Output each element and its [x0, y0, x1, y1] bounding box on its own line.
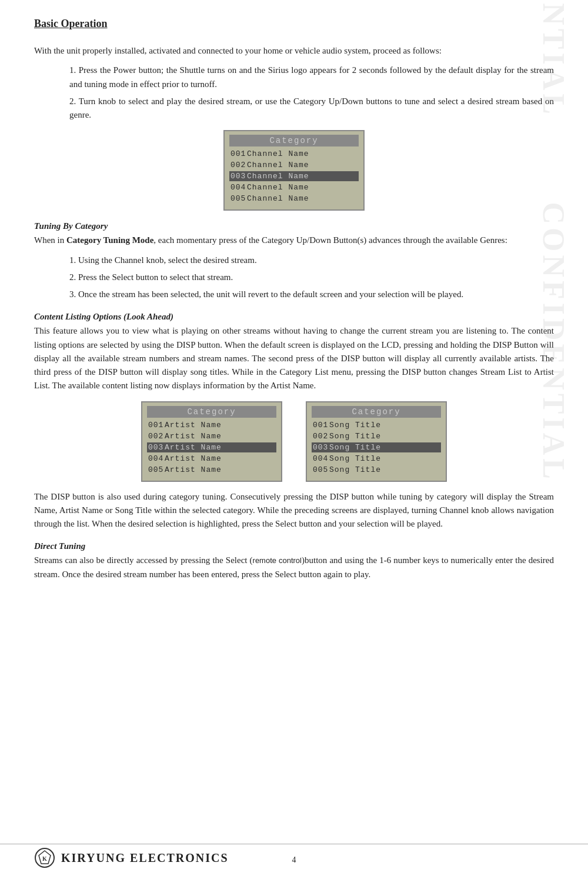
direct-body: Streams can also be directly accessed by…: [34, 554, 554, 581]
lcd-artist-row-2: 002 Artist Name: [147, 431, 276, 441]
footer-logo-area: K KIRYUNG ELECTRONICS: [34, 847, 229, 868]
lcd-song-row-4: 004 Song Title: [312, 454, 441, 464]
remote-control-text: remote control: [253, 556, 302, 565]
tuning-step-1: 1. Using the Channel knob, select the de…: [69, 254, 554, 267]
footer: K KIRYUNG ELECTRONICS 4: [0, 844, 588, 879]
page-title: Basic Operation: [34, 18, 554, 30]
tuning-rest: , each momentary press of the Category U…: [153, 235, 507, 245]
lcd-artist-row-3-selected: 003 Artist Name: [147, 442, 276, 452]
lcd-row-3-selected: 003 Channel Name: [229, 171, 359, 181]
step2-text: 2. Turn knob to select and play the desi…: [69, 95, 554, 122]
lcd-song-row-3-selected: 003 Song Title: [312, 442, 441, 452]
lcd-song-row-5: 005 Song Title: [312, 465, 441, 475]
tuning-bold: Category Tuning Mode: [66, 235, 153, 245]
lcd-pair-display: Category 001 Artist Name 002 Artist Name…: [34, 401, 554, 482]
svg-text:K: K: [42, 855, 47, 862]
lcd-row-5: 005 Channel Name: [229, 194, 359, 204]
page-content: CONFIDENTIAL CONFIDENTIAL Basic Operatio…: [0, 0, 588, 634]
disp-body: The DISP button is also used during cate…: [34, 490, 554, 531]
content-title: Content Listing Options (Look Ahead): [34, 312, 554, 322]
lcd-artist-row-1: 001 Artist Name: [147, 420, 276, 430]
brand-logo-icon: K: [34, 847, 55, 868]
tuning-title: Tuning By Category: [34, 221, 554, 231]
intro-text: With the unit properly installed, activa…: [34, 44, 554, 58]
tuning-step-3: 3. Once the stream has been selected, th…: [69, 288, 554, 301]
lcd-artist-row-4: 004 Artist Name: [147, 454, 276, 464]
tuning-intro-text: When in Category Tuning Mode, each momen…: [34, 234, 554, 247]
page-number: 4: [292, 855, 296, 865]
lcd-main-display: Category 001 Channel Name 002 Channel Na…: [34, 130, 554, 211]
direct-title: Direct Tuning: [34, 541, 554, 551]
lcd-screen-artist: Category 001 Artist Name 002 Artist Name…: [141, 401, 282, 482]
brand-name: KIRYUNG ELECTRONICS: [61, 851, 229, 865]
lcd-artist-row-5: 005 Artist Name: [147, 465, 276, 475]
tuning-step-2: 2. Press the Select button to select tha…: [69, 271, 554, 284]
lcd-screen-main: Category 001 Channel Name 002 Channel Na…: [223, 130, 365, 211]
lcd-song-row-1: 001 Song Title: [312, 420, 441, 430]
step1-text: 1. Press the Power button; the Shuttle t…: [69, 64, 554, 91]
lcd-screen-song: Category 001 Song Title 002 Song Title 0…: [306, 401, 447, 482]
lcd-row-1: 001 Channel Name: [229, 149, 359, 159]
lcd-row-2: 002 Channel Name: [229, 160, 359, 170]
lcd-song-header: Category: [312, 406, 441, 418]
lcd-row-4: 004 Channel Name: [229, 182, 359, 192]
direct-body-1: Streams can also be directly accessed by…: [34, 555, 253, 565]
content-body: This feature allows you to view what is …: [34, 324, 554, 392]
lcd-artist-header: Category: [147, 406, 276, 418]
lcd-song-row-2: 002 Song Title: [312, 431, 441, 441]
lcd-main-header: Category: [229, 135, 359, 146]
